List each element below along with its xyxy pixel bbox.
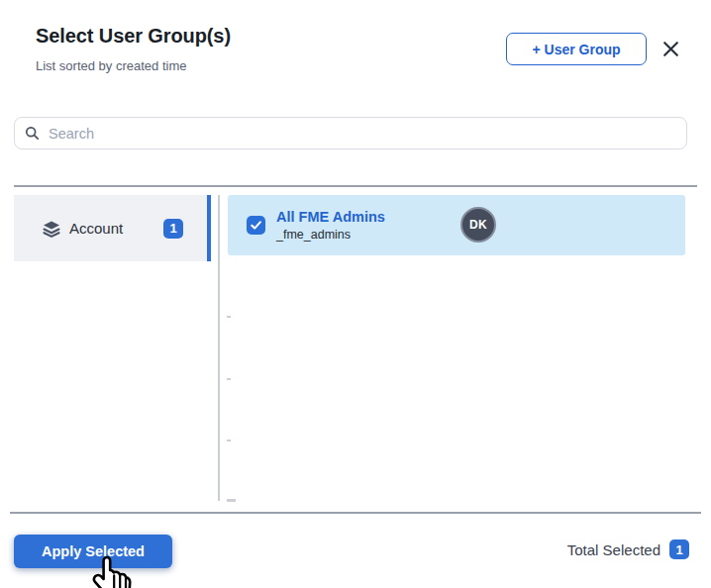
add-user-group-button[interactable]: + User Group — [506, 33, 647, 65]
search-icon — [25, 126, 40, 141]
search-input[interactable] — [49, 126, 676, 142]
sidebar-item-label: Account — [69, 220, 123, 237]
group-id: _fme_admins — [276, 228, 385, 242]
dialog-subtitle: List sorted by created time — [36, 58, 186, 73]
hand-cursor-icon — [89, 553, 137, 588]
select-user-group-dialog: Select User Group(s) List sorted by crea… — [0, 0, 711, 588]
group-name: All FME Admins — [276, 209, 385, 225]
active-indicator-bar — [207, 195, 211, 261]
bottom-divider — [10, 512, 701, 514]
check-icon — [250, 219, 262, 232]
total-selected-label: Total Selected — [567, 541, 660, 558]
list-speck — [227, 316, 231, 318]
list-speck — [227, 378, 231, 380]
total-selected: Total Selected 1 — [567, 539, 689, 559]
search-box — [14, 117, 687, 149]
list-speck — [227, 440, 231, 441]
dialog-title: Select User Group(s) — [36, 25, 231, 48]
account-count-badge: 1 — [163, 219, 183, 239]
vertical-divider — [218, 195, 220, 501]
sidebar-item-account[interactable]: Account 1 — [14, 195, 211, 261]
group-row-all-fme-admins[interactable]: All FME Admins _fme_admins DK — [228, 195, 685, 255]
avatar: DK — [460, 207, 496, 243]
layers-icon — [42, 219, 61, 239]
total-selected-badge: 1 — [669, 539, 689, 559]
list-speck — [227, 499, 236, 502]
top-divider — [14, 185, 697, 187]
group-checkbox[interactable] — [247, 216, 265, 235]
close-icon[interactable] — [660, 39, 680, 58]
